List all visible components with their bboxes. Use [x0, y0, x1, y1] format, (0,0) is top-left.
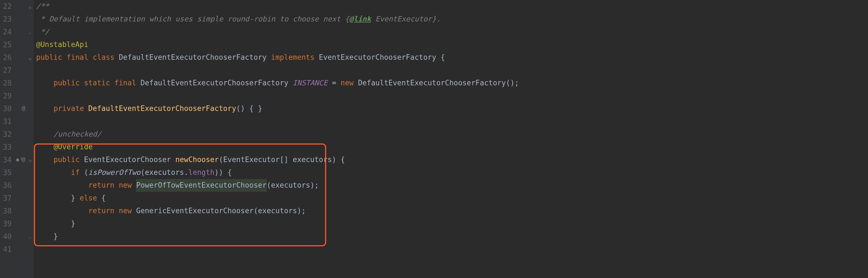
fold-collapse-icon[interactable]: ⊟	[29, 56, 31, 63]
fold-end-icon[interactable]: ⌐	[29, 235, 31, 242]
line-number[interactable]: 27	[0, 64, 12, 77]
line-number[interactable]: 31	[0, 115, 12, 128]
code-line: public EventExecutorChooser newChooser(E…	[36, 153, 868, 166]
code-line: return new GenericEventExecutorChooser(e…	[36, 205, 868, 217]
code-line: /unchecked/	[36, 128, 868, 141]
line-number-gutter: 22 23 24 25 26 27 28 29 30 31 32 33 34 3…	[0, 0, 15, 278]
line-number[interactable]: 32	[0, 128, 12, 141]
code-editor: 22 23 24 25 26 27 28 29 30 31 32 33 34 3…	[0, 0, 868, 278]
code-line	[36, 115, 868, 128]
code-line: public final class DefaultEventExecutorC…	[36, 51, 868, 64]
line-number[interactable]: 23	[0, 13, 12, 26]
code-line: return new PowerOfTowEventExecutorChoose…	[36, 179, 868, 192]
code-content[interactable]: /** * Default implementation which uses …	[34, 0, 868, 278]
line-number[interactable]: 38	[0, 205, 12, 217]
code-line	[36, 243, 868, 256]
line-number[interactable]: 41	[0, 243, 12, 256]
fold-end-icon[interactable]: ⌐	[29, 30, 31, 37]
line-number[interactable]: 33	[0, 141, 12, 153]
code-line: private DefaultEventExecutorChooserFacto…	[36, 102, 868, 115]
line-number[interactable]: 25	[0, 38, 12, 51]
line-number[interactable]: 35	[0, 166, 12, 179]
line-number[interactable]: 22	[0, 0, 12, 13]
line-number[interactable]: 24	[0, 26, 12, 38]
code-line: }	[36, 230, 868, 243]
line-number[interactable]: 37	[0, 192, 12, 205]
code-line: }	[36, 217, 868, 230]
code-line: */	[36, 26, 868, 38]
code-line: @Override	[36, 141, 868, 153]
code-line: /**	[36, 0, 868, 13]
fold-collapse-icon[interactable]: ⊟	[29, 4, 31, 11]
code-line: } else {	[36, 192, 868, 205]
code-line	[36, 64, 868, 77]
code-line: if (isPowerOfTwo(executors.length)) {	[36, 166, 868, 179]
fold-gutter: ⊟ ⌐ ⊟ ⊟ ⌐	[28, 0, 34, 278]
line-number[interactable]: 26	[0, 51, 12, 64]
line-number[interactable]: 30	[0, 102, 12, 115]
line-number[interactable]: 34	[0, 153, 12, 166]
line-number[interactable]: 40	[0, 230, 12, 243]
line-number[interactable]: 29	[0, 90, 12, 102]
line-number[interactable]: 36	[0, 179, 12, 192]
code-line: public static final DefaultEventExecutor…	[36, 77, 868, 90]
fold-collapse-icon[interactable]: ⊟	[29, 157, 31, 164]
code-line: * Default implementation which uses simp…	[36, 13, 868, 26]
gutter-marks-column: @ ● ↑ @	[15, 0, 28, 278]
line-number[interactable]: 39	[0, 217, 12, 230]
line-number[interactable]: 28	[0, 77, 12, 90]
override-gutter-icon[interactable]: @	[22, 154, 25, 165]
code-line	[36, 90, 868, 102]
code-line: @UnstableApi	[36, 38, 868, 51]
vcs-change-marker-icon[interactable]: ●	[16, 155, 19, 164]
override-gutter-icon[interactable]: @	[22, 103, 25, 114]
